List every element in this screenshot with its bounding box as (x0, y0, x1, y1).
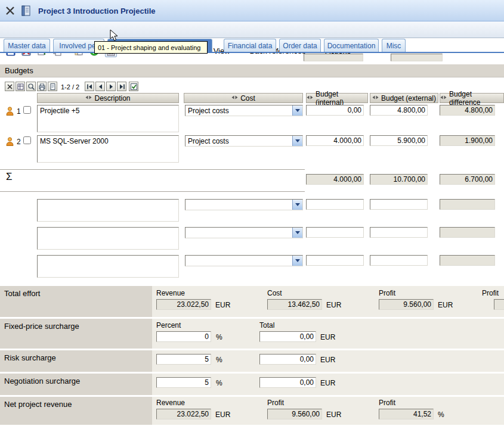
tab-label: Order data (283, 42, 317, 50)
fixed-price-total-input[interactable] (259, 331, 316, 342)
tab-label: Master data (8, 42, 45, 50)
budget-external-input[interactable] (370, 105, 428, 116)
sort-icon[interactable] (231, 94, 238, 102)
cost-type-value (185, 200, 292, 210)
budget-internal-input[interactable] (306, 255, 364, 266)
summary-label: Risk surcharge (0, 350, 152, 372)
tab-label: Financial data (228, 42, 273, 50)
cost-type-select[interactable]: Project costs (185, 105, 303, 116)
combo-arrow-icon[interactable] (292, 200, 302, 210)
tab-label: Documentation (327, 42, 376, 50)
last-page-icon[interactable] (117, 82, 126, 91)
sort-icon[interactable] (440, 94, 447, 102)
budget-external-input[interactable] (370, 227, 428, 238)
percent-label: % (438, 411, 444, 419)
currency-label: EUR (215, 301, 230, 309)
cost-type-value: Project costs (185, 136, 292, 146)
row-select-checkbox[interactable] (23, 106, 31, 114)
budget-difference-field (440, 255, 495, 266)
budget-external-input[interactable] (370, 255, 428, 266)
sort-icon[interactable] (85, 94, 92, 102)
combo-arrow-icon[interactable] (292, 136, 302, 146)
total-cost-field (267, 299, 322, 310)
description-textarea[interactable] (37, 227, 179, 250)
sort-icon[interactable] (307, 94, 313, 102)
combo-arrow-icon[interactable] (292, 228, 302, 238)
description-textarea[interactable] (37, 255, 179, 278)
risk-percent-input[interactable] (156, 354, 211, 365)
net-margin-field (379, 409, 434, 419)
field-label: Profit (482, 289, 499, 297)
currency-label: EUR (438, 301, 453, 309)
tab-master-data[interactable]: Master data (4, 39, 50, 52)
net-revenue-field (156, 409, 211, 419)
column-header-budget-difference[interactable]: Budget difference (440, 93, 504, 103)
summary-label: Total effort (0, 286, 152, 317)
column-header-label: Budget difference (449, 90, 503, 107)
close-icon[interactable] (4, 4, 17, 17)
currency-label: EUR (320, 356, 335, 364)
budget-difference-field (440, 227, 495, 238)
toolbar: Document Edit View Back references Actio… (0, 21, 504, 38)
search-icon[interactable] (26, 82, 36, 91)
column-header-cost[interactable]: Cost (184, 93, 303, 103)
cost-type-value: Project costs (185, 105, 292, 116)
cost-type-value (185, 256, 292, 266)
report-icon[interactable] (48, 82, 57, 91)
budget-external-input[interactable] (370, 135, 428, 146)
column-header-budget-internal[interactable]: Budget (internal) (306, 93, 368, 103)
field-label: Profit (379, 289, 395, 297)
budget-internal-input[interactable] (306, 135, 364, 146)
tab-misc[interactable]: Misc (382, 39, 406, 52)
summary-label: Fixed-price surcharge (0, 319, 152, 349)
mouse-cursor (110, 29, 119, 43)
apply-check-icon[interactable] (129, 82, 138, 91)
negotiation-percent-input[interactable] (156, 377, 211, 388)
field-label: Revenue (156, 399, 185, 407)
field-label: Total (259, 321, 274, 329)
select-all-icon[interactable] (16, 82, 25, 91)
column-header-label: Budget (external) (381, 94, 436, 102)
currency-label: EUR (320, 333, 335, 341)
row-select-checkbox[interactable] (23, 136, 31, 144)
risk-total-input[interactable] (259, 354, 316, 365)
row-number: 2 (17, 138, 21, 146)
sum-budget-external (370, 174, 428, 185)
combo-arrow-icon[interactable] (292, 256, 302, 266)
cost-type-select[interactable]: Project costs (185, 135, 303, 147)
description-textarea[interactable] (37, 199, 179, 222)
clear-selection-icon[interactable] (5, 82, 14, 91)
person-icon[interactable] (6, 137, 14, 148)
budget-external-input[interactable] (370, 199, 428, 210)
next-page-icon[interactable] (106, 82, 116, 91)
sum-symbol: Σ (6, 171, 13, 183)
tab-order-data[interactable]: Order data (279, 39, 321, 52)
tab-financial-data[interactable]: Financial data (224, 39, 276, 52)
description-textarea[interactable]: Projectile +5 (37, 105, 179, 132)
description-textarea[interactable]: MS SQL-Server 2000 (37, 135, 179, 163)
print-icon[interactable] (37, 82, 47, 91)
percent-label: % (216, 379, 222, 387)
negotiation-total-input[interactable] (259, 377, 316, 388)
person-icon[interactable] (6, 107, 14, 117)
percent-label: % (216, 356, 222, 364)
document-icon (20, 5, 32, 17)
fixed-price-percent-input[interactable] (156, 331, 211, 342)
combo-arrow-icon[interactable] (292, 105, 302, 116)
budget-internal-input[interactable] (306, 227, 364, 238)
section-header-budgets: Budgets (0, 64, 504, 77)
previous-page-icon[interactable] (95, 82, 105, 91)
first-page-icon[interactable] (85, 82, 94, 91)
cost-type-select[interactable] (185, 227, 303, 238)
cost-type-select[interactable] (185, 255, 303, 266)
cost-type-select[interactable] (185, 199, 303, 210)
tab-documentation[interactable]: Documentation (324, 39, 379, 52)
budget-internal-input[interactable] (306, 105, 364, 116)
tab-bar: Master data Involved per get Financial d… (0, 38, 504, 53)
column-header-budget-external[interactable]: Budget difference Budget (external) (370, 93, 438, 103)
budget-internal-input[interactable] (306, 199, 364, 210)
column-header-description[interactable]: Description (37, 93, 179, 103)
window-title: Project 3 Introduction Projectile (38, 7, 155, 15)
sort-icon[interactable] (372, 94, 379, 102)
application-window: Project 3 Introduction Projectile Docume… (0, 0, 504, 426)
